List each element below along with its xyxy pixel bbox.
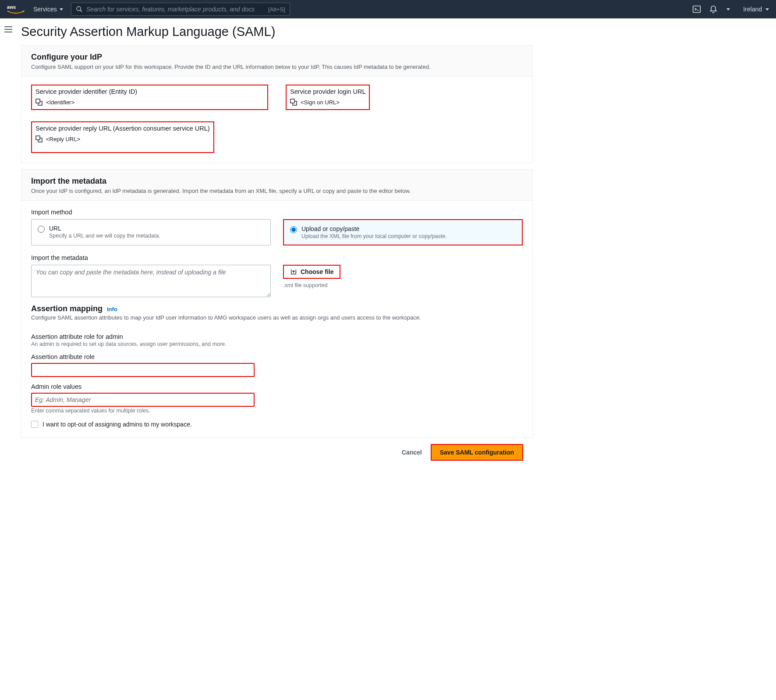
import-method-upload[interactable]: Upload or copy/paste Upload the XML file…	[284, 220, 522, 245]
configure-heading: Configure your IdP	[31, 53, 523, 62]
region-selector[interactable]: Ireland	[743, 6, 769, 13]
cancel-button[interactable]: Cancel	[399, 445, 425, 459]
reply-url-label: Service provider reply URL (Assertion co…	[35, 125, 210, 132]
caret-down-icon	[765, 8, 769, 11]
mapping-info-link[interactable]: Info	[107, 306, 117, 313]
entity-id-block: Service provider identifier (Entity ID) …	[31, 85, 268, 110]
search-shortcut: [Alt+S]	[268, 6, 285, 13]
login-url-block: Service provider login URL <Sign on URL>	[286, 85, 370, 110]
save-saml-button[interactable]: Save SAML configuration	[432, 445, 522, 460]
choose-file-button[interactable]: Choose file	[284, 266, 340, 278]
import-metadata-panel: Import the metadata Once your IdP is con…	[21, 169, 533, 438]
region-label: Ireland	[743, 6, 762, 13]
page-title: Security Assertion Markup Language (SAML…	[21, 25, 533, 39]
account-menu[interactable]	[726, 8, 730, 11]
choose-file-label: Choose file	[301, 268, 333, 275]
main-content: Security Assertion Markup Language (SAML…	[17, 18, 542, 470]
mapping-desc: Configure SAML assertion attributes to m…	[31, 314, 523, 321]
optout-label: I want to opt-out of assigning admins to…	[43, 421, 192, 428]
configure-desc: Configure SAML support on your IdP for t…	[31, 64, 523, 70]
footer-actions: Cancel Save SAML configuration	[21, 438, 533, 462]
cloudshell-icon[interactable]	[692, 5, 701, 14]
aws-logo[interactable]: aws	[7, 4, 25, 14]
import-textarea-label: Import the metadata	[31, 254, 523, 261]
import-method-url-title: URL	[49, 225, 160, 232]
admin-role-values-input[interactable]	[31, 393, 255, 407]
admin-role-values-label: Admin role values	[31, 383, 523, 390]
reply-url-value: <Reply URL>	[46, 136, 80, 142]
reply-url-block: Service provider reply URL (Assertion co…	[31, 121, 214, 153]
import-heading: Import the metadata	[31, 177, 523, 186]
radio-icon	[290, 226, 297, 233]
import-method-upload-title: Upload or copy/paste	[301, 225, 447, 232]
import-method-label: Import method	[31, 209, 523, 216]
import-method-upload-sub: Upload the XML file from your local comp…	[301, 233, 447, 239]
entity-id-label: Service provider identifier (Entity ID)	[35, 88, 264, 95]
top-nav: aws Services [Alt+S] Ireland	[0, 0, 776, 18]
mapping-heading: Assertion mapping	[31, 304, 103, 313]
copy-icon[interactable]	[35, 135, 43, 142]
metadata-textarea[interactable]	[31, 265, 271, 297]
svg-text:aws: aws	[7, 4, 16, 10]
search-icon	[76, 6, 83, 13]
copy-icon[interactable]	[35, 99, 43, 106]
optout-row[interactable]: I want to opt-out of assigning admins to…	[31, 421, 523, 428]
radio-icon	[38, 226, 45, 233]
import-method-url-sub: Specify a URL and we will copy the metad…	[49, 233, 160, 239]
hamburger-icon[interactable]	[4, 26, 12, 32]
notifications-icon[interactable]	[709, 5, 718, 14]
side-nav-toggle-area	[0, 18, 17, 470]
attr-role-label: Assertion attribute role	[31, 353, 523, 360]
import-desc: Once your IdP is configured, an IdP meta…	[31, 188, 523, 194]
login-url-label: Service provider login URL	[290, 88, 365, 95]
choose-file-hint: .xml file supported	[283, 282, 523, 288]
import-method-upload-highlight: Upload or copy/paste Upload the XML file…	[283, 219, 523, 245]
assertion-attribute-role-input[interactable]	[31, 363, 255, 377]
global-search[interactable]: [Alt+S]	[71, 3, 290, 16]
admin-role-section-desc: An admin is required to set up data sour…	[31, 341, 523, 347]
services-label: Services	[33, 6, 57, 13]
copy-icon[interactable]	[290, 99, 297, 106]
caret-down-icon	[726, 8, 730, 11]
caret-down-icon	[60, 8, 63, 11]
admin-role-section: Assertion attribute role for admin	[31, 333, 523, 340]
admin-role-values-hint: Enter comma separated values for multipl…	[31, 408, 523, 414]
entity-id-value: <Identifier>	[46, 99, 74, 106]
upload-icon	[290, 268, 297, 275]
checkbox-icon[interactable]	[31, 421, 38, 428]
search-input[interactable]	[83, 6, 268, 13]
svg-line-2	[80, 10, 82, 12]
svg-point-1	[77, 7, 81, 11]
configure-idp-panel: Configure your IdP Configure SAML suppor…	[21, 45, 533, 163]
services-menu[interactable]: Services	[33, 6, 63, 13]
login-url-value: <Sign on URL>	[301, 99, 340, 106]
import-method-url[interactable]: URL Specify a URL and we will copy the m…	[31, 219, 271, 245]
